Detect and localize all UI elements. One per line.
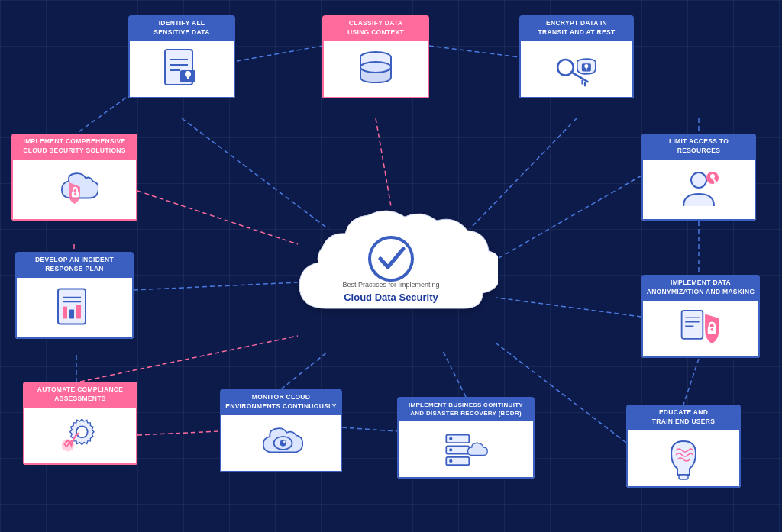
card-automate-label: AUTOMATE COMPLIANCEASSESSMENTS: [23, 382, 137, 408]
card-implement-label: IMPLEMENT COMPREHENSIVECLOUD SECURITY SO…: [11, 134, 137, 160]
svg-point-74: [74, 192, 76, 195]
document-lock-icon: [159, 46, 205, 92]
database-stack-icon: [353, 46, 399, 92]
eye-cloud-icon: [258, 420, 304, 466]
card-automate-compliance: AUTOMATE COMPLIANCEASSESSMENTS: [23, 382, 137, 465]
server-cloud-icon: [443, 427, 489, 472]
shield-lock-doc-icon: [678, 305, 724, 351]
svg-point-63: [280, 440, 286, 447]
card-anonymize-label: IMPLEMENT DATAANONYMIZATION AND MASKING: [641, 275, 760, 301]
card-incident-response: DEVELOP AN INCIDENTRESPONSE PLAN: [15, 252, 134, 339]
svg-rect-49: [681, 311, 703, 339]
card-encrypt-data: ENCRYPT DATA INTRANSIT AND AT REST: [519, 15, 634, 98]
svg-rect-70: [63, 306, 67, 318]
card-bcdr-label: IMPLEMENT BUSINESS CONTINUITYAND DISASTE…: [397, 397, 535, 421]
svg-line-16: [137, 431, 220, 435]
card-educate-label: EDUCATE ANDTRAIN END USERS: [626, 405, 741, 430]
svg-rect-67: [58, 289, 86, 324]
svg-point-57: [449, 437, 452, 440]
card-limit-access: LIMIT ACCESS TORESOURCES: [641, 134, 756, 221]
card-monitor-cloud: MONITOR CLOUDENVIRONMENTS CONTINUOUSLY: [220, 389, 342, 472]
brain-head-icon: [661, 435, 706, 481]
gear-check-icon: [57, 412, 103, 458]
svg-point-43: [691, 172, 706, 188]
card-incident-label: DEVELOP AN INCIDENTRESPONSE PLAN: [15, 252, 134, 278]
svg-line-5: [237, 46, 322, 61]
card-educate-users: EDUCATE ANDTRAIN END USERS: [626, 405, 741, 488]
svg-point-65: [76, 427, 88, 438]
svg-text:Best Practices for Implementin: Best Practices for Implementing: [342, 281, 439, 289]
svg-line-14: [281, 351, 328, 389]
person-key-icon: [676, 166, 722, 212]
svg-point-64: [283, 441, 286, 443]
svg-line-18: [134, 282, 298, 290]
card-classify-data: CLASSIFY DATAUSING CONTEXT: [322, 15, 429, 98]
svg-line-12: [496, 298, 641, 317]
card-limit-label: LIMIT ACCESS TORESOURCES: [641, 134, 756, 160]
svg-point-35: [557, 60, 574, 76]
card-anonymize-data: IMPLEMENT DATAANONYMIZATION AND MASKING: [641, 275, 760, 358]
svg-rect-71: [69, 309, 74, 318]
svg-point-61: [449, 459, 452, 463]
svg-point-59: [449, 448, 452, 451]
card-identify-sensitive-data: IDENTIFY ALLSENSITIVE DATA: [128, 15, 235, 98]
cloud-svg: Best Practices for Implementing Cloud Da…: [284, 194, 498, 339]
card-monitor-label: MONITOR CLOUDENVIRONMENTS CONTINUOUSLY: [220, 389, 342, 415]
svg-line-17: [80, 336, 298, 382]
card-encrypt-label: ENCRYPT DATA INTRANSIT AND AT REST: [519, 15, 634, 41]
svg-rect-55: [679, 475, 688, 479]
svg-text:Cloud Data Security: Cloud Data Security: [344, 292, 438, 303]
doc-bars-icon: [52, 285, 98, 330]
key-lock-icon: [554, 46, 599, 92]
card-identify-label: IDENTIFY ALLSENSITIVE DATA: [128, 15, 235, 41]
card-classify-label: CLASSIFY DATAUSING CONTEXT: [322, 15, 429, 41]
svg-line-13: [443, 351, 466, 397]
cloud-shield-icon: [52, 166, 98, 212]
svg-line-10: [683, 359, 699, 405]
svg-line-8: [496, 176, 641, 260]
svg-point-34: [360, 62, 391, 73]
card-bcdr: IMPLEMENT BUSINESS CONTINUITYAND DISASTE…: [397, 397, 535, 479]
svg-line-6: [429, 46, 519, 57]
svg-rect-72: [76, 305, 81, 318]
svg-point-54: [710, 328, 713, 331]
svg-line-15: [342, 427, 397, 431]
center-cloud: Best Practices for Implementing Cloud Da…: [284, 190, 498, 343]
svg-line-20: [137, 191, 298, 244]
card-implement-cloud-security: IMPLEMENT COMPREHENSIVECLOUD SECURITY SO…: [11, 134, 137, 221]
